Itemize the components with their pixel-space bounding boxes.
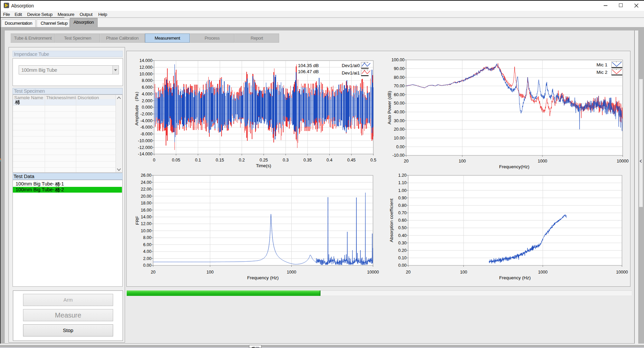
svg-text:10.00: 10.00 (394, 136, 404, 140)
svg-text:0: 0 (153, 158, 155, 162)
svg-text:6.000: 6.000 (142, 85, 152, 90)
svg-text:0.00: 0.00 (398, 263, 407, 268)
svg-text:100: 100 (207, 270, 214, 275)
svg-text:Absorption coefficient: Absorption coefficient (389, 198, 394, 242)
svg-text:4.000: 4.000 (142, 92, 152, 96)
svg-text:18.00: 18.00 (141, 201, 151, 205)
svg-text:100: 100 (460, 270, 467, 275)
svg-text:100: 100 (459, 159, 466, 164)
svg-text:Auto Power (dB): Auto Power (dB) (387, 91, 392, 124)
svg-text:0.000: 0.000 (142, 105, 152, 110)
svg-text:1.10: 1.10 (398, 180, 407, 185)
svg-text:-14.000: -14.000 (138, 152, 152, 156)
svg-text:0.50: 0.50 (398, 225, 407, 230)
svg-text:10000: 10000 (367, 270, 379, 275)
svg-text:80.00: 80.00 (394, 75, 404, 80)
svg-text:0.3: 0.3 (283, 158, 289, 162)
svg-text:0.30: 0.30 (398, 241, 407, 245)
svg-text:0.20: 0.20 (398, 248, 407, 253)
svg-text:12.00: 12.00 (141, 221, 151, 226)
svg-text:0.80: 0.80 (398, 203, 407, 208)
svg-text:14.000: 14.000 (139, 58, 152, 63)
svg-text:0.25: 0.25 (259, 158, 268, 162)
svg-text:-10.000: -10.000 (138, 138, 152, 143)
svg-text:8.00: 8.00 (143, 235, 151, 240)
svg-text:-8.000: -8.000 (140, 132, 152, 136)
svg-text:-4.000: -4.000 (140, 118, 152, 123)
svg-text:0.00: 0.00 (396, 145, 404, 149)
svg-text:0.60: 0.60 (398, 218, 407, 223)
svg-text:1000: 1000 (538, 270, 547, 275)
svg-text:20: 20 (151, 270, 155, 275)
svg-text:Mic 1: Mic 1 (597, 62, 607, 67)
svg-text:1000: 1000 (287, 270, 296, 275)
svg-text:90.00: 90.00 (394, 66, 404, 71)
svg-text:20: 20 (406, 270, 411, 275)
svg-text:10000: 10000 (616, 270, 628, 275)
svg-text:22.00: 22.00 (141, 187, 151, 192)
svg-text:10.00: 10.00 (141, 229, 151, 233)
svg-text:0.2: 0.2 (239, 158, 245, 162)
svg-text:0.45: 0.45 (347, 158, 356, 162)
svg-text:Dev1/ai0: Dev1/ai0 (342, 63, 360, 68)
svg-text:104.35 dB: 104.35 dB (298, 63, 319, 68)
svg-text:106.47 dB: 106.47 dB (298, 69, 319, 74)
svg-text:70.00: 70.00 (394, 84, 404, 88)
svg-text:10000: 10000 (617, 159, 628, 164)
svg-text:0.05: 0.05 (172, 158, 180, 162)
svg-text:Mic 2: Mic 2 (597, 70, 607, 75)
svg-text:10.000: 10.000 (139, 72, 152, 77)
svg-text:-12.000: -12.000 (138, 145, 152, 150)
svg-text:6.00: 6.00 (143, 242, 151, 247)
svg-text:FRF: FRF (135, 216, 140, 225)
svg-text:-10.00: -10.00 (392, 153, 404, 158)
svg-text:60.00: 60.00 (394, 92, 404, 97)
svg-text:Amplitude （Pa）: Amplitude （Pa） (134, 89, 139, 125)
svg-text:4.00: 4.00 (143, 249, 151, 254)
svg-text:0.4: 0.4 (327, 158, 333, 162)
svg-text:12.000: 12.000 (139, 65, 152, 70)
svg-text:20.00: 20.00 (141, 194, 151, 199)
svg-text:0.00: 0.00 (143, 263, 151, 268)
svg-text:16.00: 16.00 (141, 208, 151, 213)
svg-text:0.70: 0.70 (398, 211, 407, 215)
svg-text:0.15: 0.15 (216, 158, 224, 162)
svg-text:26.00: 26.00 (141, 173, 151, 178)
svg-text:24.00: 24.00 (141, 180, 151, 185)
svg-text:0.90: 0.90 (398, 196, 407, 200)
svg-text:Frequency(Hz): Frequency(Hz) (499, 164, 529, 169)
svg-text:0.1: 0.1 (195, 158, 201, 162)
svg-text:1.00: 1.00 (398, 188, 407, 193)
svg-text:2.000: 2.000 (142, 99, 152, 103)
svg-text:14.00: 14.00 (141, 215, 151, 219)
svg-text:8.000: 8.000 (142, 78, 152, 83)
svg-text:1.20: 1.20 (398, 173, 407, 178)
svg-text:20.00: 20.00 (394, 127, 404, 132)
svg-text:Dev1/ai1: Dev1/ai1 (342, 70, 360, 75)
svg-text:40.00: 40.00 (394, 110, 404, 114)
svg-text:100.00: 100.00 (391, 58, 404, 62)
svg-text:2.00: 2.00 (143, 256, 151, 261)
svg-text:0.5: 0.5 (370, 158, 376, 162)
svg-text:30.00: 30.00 (394, 118, 404, 123)
svg-text:Frequency (Hz): Frequency (Hz) (499, 275, 531, 280)
svg-text:0.10: 0.10 (398, 256, 407, 260)
svg-text:20: 20 (404, 159, 409, 164)
svg-text:0.40: 0.40 (398, 233, 407, 238)
svg-text:-6.000: -6.000 (140, 125, 152, 130)
svg-text:Time(s): Time(s) (256, 163, 271, 168)
svg-text:50.00: 50.00 (394, 101, 404, 106)
svg-text:1000: 1000 (538, 159, 547, 164)
svg-text:Frequency (Hz): Frequency (Hz) (247, 275, 278, 280)
svg-text:0.35: 0.35 (304, 158, 312, 162)
svg-text:-2.000: -2.000 (140, 112, 152, 116)
